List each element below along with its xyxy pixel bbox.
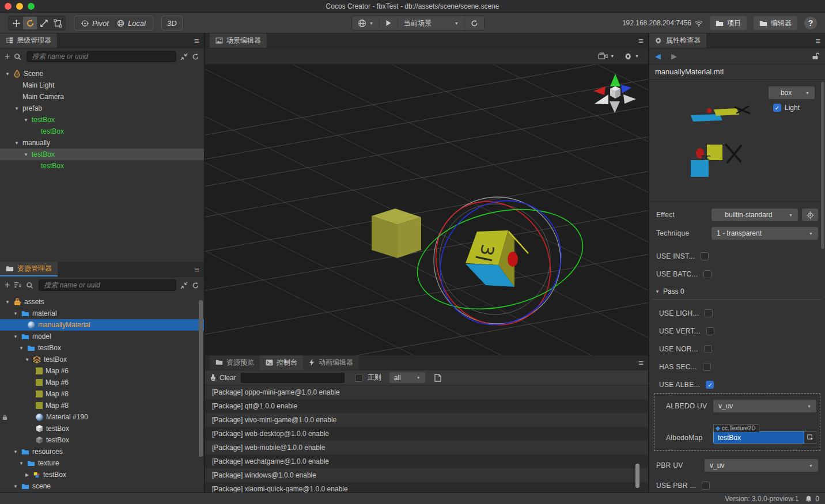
asset-node-testbox-mesh[interactable]: testBox [0, 423, 204, 434]
expand-arrow-icon[interactable]: ▶ [24, 472, 30, 478]
local-toggle[interactable]: Local [117, 19, 146, 28]
open-editor-button[interactable]: 编辑器 [754, 16, 797, 30]
asset-node-resources[interactable]: ▼ resources [0, 446, 204, 457]
pass0-header[interactable]: ▼ Pass 0 [655, 287, 825, 295]
inspector-scrollbar[interactable] [821, 82, 824, 249]
tree-node-testbox-selected[interactable]: ▼ testBox [0, 149, 204, 160]
expand-arrow-icon[interactable]: ▼ [24, 357, 30, 362]
rect-tool-button[interactable] [51, 17, 65, 29]
console-scrollbar[interactable] [635, 464, 639, 488]
use-inst-checkbox[interactable] [701, 252, 709, 260]
assets-scrollbar[interactable] [199, 300, 203, 457]
expand-arrow-icon[interactable]: ▼ [655, 289, 660, 294]
use-nor-checkbox[interactable] [704, 345, 712, 353]
pick-texture-button[interactable] [804, 431, 816, 444]
asset-node-testbox-texture[interactable]: ▶ testBox [0, 469, 204, 480]
console-menu-button[interactable]: ≡ [638, 358, 644, 367]
console-filter-input[interactable] [241, 373, 345, 383]
asset-node-testbox-model[interactable]: ▼ testBox [0, 354, 204, 365]
expand-arrow-icon[interactable]: ▼ [18, 461, 24, 466]
collapse-all-button[interactable] [180, 282, 188, 289]
tree-node-testbox[interactable]: testBox [0, 160, 204, 172]
scene-viewport[interactable]: 3 [205, 65, 648, 355]
collapse-all-button[interactable] [180, 53, 188, 60]
refresh-hierarchy-button[interactable] [192, 53, 199, 60]
history-back-button[interactable]: ◀ [655, 52, 661, 60]
search-type-button[interactable] [26, 282, 35, 289]
effect-select[interactable]: builtin-standard ▼ [712, 209, 798, 221]
create-node-button[interactable]: + [5, 51, 10, 62]
log-entry[interactable]: [Package] web-desktop@1.0.0 enable [205, 427, 648, 441]
material-preview[interactable]: 31 box ▼ Light [649, 79, 825, 202]
tab-scene-editor[interactable]: 场景编辑器 [210, 33, 267, 48]
albedo-map-value-box[interactable]: testBox [713, 431, 804, 444]
albedo-uv-select[interactable]: v_uv ▼ [713, 400, 816, 412]
locate-effect-button[interactable] [802, 209, 818, 221]
assets-search-input[interactable] [39, 279, 176, 291]
clear-console-button[interactable]: Clear [210, 374, 236, 382]
use-vert-checkbox[interactable] [706, 327, 714, 335]
expand-arrow-icon[interactable]: ▼ [13, 311, 18, 316]
expand-arrow-icon[interactable]: ▼ [5, 300, 10, 305]
log-entry[interactable]: [Package] xiaomi-quick-game@1.0.0 enable [205, 482, 648, 492]
create-asset-button[interactable]: + [5, 280, 10, 290]
search-type-button[interactable] [14, 53, 22, 60]
asset-node-model[interactable]: ▼ model [0, 331, 204, 342]
asset-node-manuallymaterial-selected[interactable]: manuallyMaterial [0, 319, 204, 331]
open-project-button[interactable]: 项目 [710, 16, 747, 30]
asset-node-material190[interactable]: Material #190 [0, 411, 204, 423]
has-sec-checkbox[interactable] [703, 363, 711, 371]
tree-node-manually[interactable]: ▼ manually [0, 137, 204, 149]
asset-node-assets[interactable]: ▼ assets [0, 296, 204, 308]
scene-select[interactable]: 当前场景 ▼ [398, 16, 465, 30]
pbr-uv-select[interactable]: v_uv ▼ [705, 459, 818, 472]
log-level-select[interactable]: all ▼ [389, 372, 425, 383]
expand-arrow-icon[interactable]: ▼ [13, 484, 18, 489]
sort-assets-button[interactable] [14, 282, 22, 289]
expand-arrow-icon[interactable]: ▼ [5, 71, 10, 77]
albedo-map-field[interactable]: testBox [713, 431, 816, 444]
asset-node-map6[interactable]: Map #6 [0, 377, 204, 388]
log-entry[interactable]: [Package] oppo-mini-game@1.0.0 enable [205, 385, 648, 399]
asset-node-map8[interactable]: Map #8 [0, 400, 204, 411]
help-button[interactable]: ? [804, 17, 817, 29]
pivot-toggle[interactable]: Pivot [81, 19, 109, 28]
scene-menu-button[interactable]: ≡ [638, 36, 644, 46]
tab-inspector[interactable]: 属性检查器 [649, 33, 706, 48]
asset-node-scene[interactable]: ▼ scene [0, 480, 204, 492]
regex-checkbox[interactable] [355, 374, 363, 382]
asset-node-map6[interactable]: Map #6 [0, 365, 204, 377]
log-entry[interactable]: [Package] qtt@1.0.0 enable [205, 399, 648, 413]
tree-node-testbox[interactable]: testBox [0, 126, 204, 137]
use-pbr-checkbox[interactable] [702, 482, 710, 490]
refresh-assets-button[interactable] [192, 282, 199, 289]
technique-select[interactable]: 1 - transparent ▼ [712, 227, 818, 240]
log-entry[interactable]: [Package] vivo-mini-game@1.0.0 enable [205, 413, 648, 427]
use-ligh-checkbox[interactable] [705, 309, 713, 317]
use-batc-checkbox[interactable] [703, 270, 712, 278]
tab-animation-editor[interactable]: 动画编辑器 [303, 355, 359, 370]
expand-arrow-icon[interactable]: ▼ [18, 346, 24, 351]
tree-node-scene[interactable]: ▼ Scene [0, 68, 204, 79]
expand-arrow-icon[interactable]: ▼ [14, 141, 20, 146]
log-entry[interactable]: [Package] wechatgame@1.0.0 enable [205, 454, 648, 468]
gizmo-settings-button[interactable]: ▼ [625, 52, 639, 60]
scale-tool-button[interactable] [37, 17, 51, 29]
expand-arrow-icon[interactable]: ▼ [23, 152, 29, 157]
hierarchy-search-input[interactable] [27, 51, 176, 62]
expand-arrow-icon[interactable]: ▼ [13, 449, 18, 454]
bell-icon[interactable] [805, 495, 812, 502]
asset-node-texture[interactable]: ▼ texture [0, 457, 204, 469]
asset-node-map8[interactable]: Map #8 [0, 388, 204, 400]
hierarchy-menu-button[interactable]: ≡ [194, 36, 199, 46]
light-checkbox[interactable] [773, 104, 781, 112]
preview-light-toggle[interactable]: Light [773, 104, 800, 112]
play-button[interactable] [380, 16, 398, 30]
asset-node-testbox-folder[interactable]: ▼ testBox [0, 342, 204, 354]
expand-arrow-icon[interactable]: ▼ [23, 118, 29, 123]
preview-target-button[interactable]: ▼ [352, 16, 380, 30]
tab-asset-preview[interactable]: 资源预览 [210, 355, 260, 370]
inspector-menu-button[interactable]: ≡ [815, 36, 820, 46]
refresh-preview-button[interactable] [465, 16, 484, 30]
unlock-icon[interactable] [812, 52, 819, 60]
